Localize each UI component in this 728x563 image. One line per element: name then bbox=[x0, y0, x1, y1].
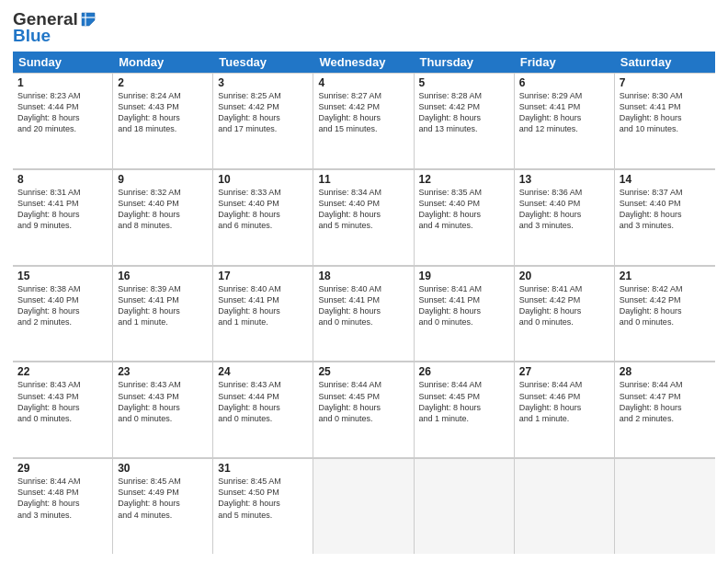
day-number: 11 bbox=[318, 173, 408, 186]
week-row-3: 15Sunrise: 8:38 AMSunset: 4:40 PMDayligh… bbox=[13, 266, 715, 362]
day-number: 13 bbox=[519, 173, 609, 186]
cell-info-line: and 1 minute. bbox=[419, 413, 509, 424]
empty-cell bbox=[515, 458, 615, 554]
cell-info-line: Sunrise: 8:25 AM bbox=[218, 90, 308, 101]
cell-info-line: Sunrise: 8:44 AM bbox=[17, 476, 108, 487]
cell-info-line: and 0 minutes. bbox=[17, 413, 108, 424]
cell-info-line: Sunset: 4:40 PM bbox=[620, 198, 711, 209]
cell-info-line: Daylight: 8 hours bbox=[118, 305, 208, 316]
cell-info-line: and 5 minutes. bbox=[318, 220, 408, 231]
cell-info-line: Daylight: 8 hours bbox=[620, 305, 711, 316]
cell-info-line: Sunset: 4:41 PM bbox=[218, 294, 308, 305]
day-cell-25: 25Sunrise: 8:44 AMSunset: 4:45 PMDayligh… bbox=[313, 362, 414, 457]
cell-info-line: Sunset: 4:40 PM bbox=[17, 294, 108, 305]
header-day-thursday: Thursday bbox=[415, 52, 515, 73]
header-day-wednesday: Wednesday bbox=[313, 52, 414, 73]
cell-info-line: Daylight: 8 hours bbox=[218, 498, 308, 509]
day-cell-15: 15Sunrise: 8:38 AMSunset: 4:40 PMDayligh… bbox=[13, 266, 113, 362]
cell-info-line: Sunset: 4:41 PM bbox=[318, 294, 408, 305]
cell-info-line: Sunset: 4:41 PM bbox=[118, 294, 208, 305]
day-cell-31: 31Sunrise: 8:45 AMSunset: 4:50 PMDayligh… bbox=[213, 458, 313, 554]
logo: General Blue bbox=[13, 9, 97, 46]
cell-info-line: and 10 minutes. bbox=[620, 123, 711, 134]
cell-info-line: Sunrise: 8:24 AM bbox=[118, 90, 208, 101]
empty-cell bbox=[615, 458, 715, 554]
cell-info-line: Daylight: 8 hours bbox=[419, 209, 509, 220]
cell-info-line: Sunset: 4:42 PM bbox=[620, 294, 711, 305]
cell-info-line: Daylight: 8 hours bbox=[218, 305, 308, 316]
cell-info-line: Sunset: 4:43 PM bbox=[118, 101, 208, 112]
day-cell-27: 27Sunrise: 8:44 AMSunset: 4:46 PMDayligh… bbox=[515, 362, 615, 457]
day-cell-21: 21Sunrise: 8:42 AMSunset: 4:42 PMDayligh… bbox=[615, 266, 715, 362]
cell-info-line: and 3 minutes. bbox=[17, 510, 108, 521]
empty-cell bbox=[313, 458, 414, 554]
cell-info-line: Sunset: 4:44 PM bbox=[17, 101, 108, 112]
cell-info-line: Sunrise: 8:44 AM bbox=[519, 379, 609, 390]
cell-info-line: and 2 minutes. bbox=[620, 413, 711, 424]
cell-info-line: Sunrise: 8:45 AM bbox=[218, 476, 308, 487]
day-number: 5 bbox=[419, 76, 509, 89]
cell-info-line: Sunrise: 8:44 AM bbox=[620, 379, 711, 390]
day-cell-6: 6Sunrise: 8:29 AMSunset: 4:41 PMDaylight… bbox=[515, 73, 615, 168]
header-day-friday: Friday bbox=[515, 52, 615, 73]
cell-info-line: Daylight: 8 hours bbox=[519, 112, 609, 123]
cell-info-line: and 20 minutes. bbox=[17, 123, 108, 134]
cell-info-line: Sunrise: 8:38 AM bbox=[17, 283, 108, 294]
cell-info-line: Sunrise: 8:44 AM bbox=[318, 379, 408, 390]
cell-info-line: and 4 minutes. bbox=[118, 510, 208, 521]
header-day-monday: Monday bbox=[113, 52, 213, 73]
cell-info-line: Daylight: 8 hours bbox=[218, 209, 308, 220]
day-number: 19 bbox=[419, 270, 509, 282]
day-cell-7: 7Sunrise: 8:30 AMSunset: 4:41 PMDaylight… bbox=[615, 73, 715, 168]
day-number: 30 bbox=[118, 462, 208, 475]
cell-info-line: and 6 minutes. bbox=[218, 220, 308, 231]
day-number: 31 bbox=[218, 462, 308, 475]
day-cell-4: 4Sunrise: 8:27 AMSunset: 4:42 PMDaylight… bbox=[313, 73, 414, 168]
cell-info-line: and 1 minute. bbox=[118, 316, 208, 327]
cell-info-line: and 0 minutes. bbox=[318, 316, 408, 327]
cell-info-line: Sunset: 4:42 PM bbox=[218, 101, 308, 112]
cell-info-line: and 8 minutes. bbox=[118, 220, 208, 231]
cell-info-line: Sunrise: 8:40 AM bbox=[318, 283, 408, 294]
cell-info-line: Sunset: 4:48 PM bbox=[17, 487, 108, 498]
day-cell-23: 23Sunrise: 8:43 AMSunset: 4:43 PMDayligh… bbox=[113, 362, 213, 457]
cell-info-line: Daylight: 8 hours bbox=[620, 112, 711, 123]
cell-info-line: Daylight: 8 hours bbox=[318, 112, 408, 123]
cell-info-line: Sunrise: 8:37 AM bbox=[620, 187, 711, 198]
cell-info-line: Daylight: 8 hours bbox=[620, 209, 711, 220]
cell-info-line: and 0 minutes. bbox=[318, 413, 408, 424]
day-number: 7 bbox=[620, 76, 711, 89]
cell-info-line: Daylight: 8 hours bbox=[620, 402, 711, 413]
cell-info-line: Sunset: 4:43 PM bbox=[118, 391, 208, 402]
cell-info-line: Sunrise: 8:42 AM bbox=[620, 283, 711, 294]
day-cell-13: 13Sunrise: 8:36 AMSunset: 4:40 PMDayligh… bbox=[515, 169, 615, 265]
cell-info-line: and 3 minutes. bbox=[620, 220, 711, 231]
cell-info-line: and 17 minutes. bbox=[218, 123, 308, 134]
cell-info-line: Sunset: 4:40 PM bbox=[218, 198, 308, 209]
cell-info-line: Daylight: 8 hours bbox=[419, 305, 509, 316]
cell-info-line: Daylight: 8 hours bbox=[17, 402, 108, 413]
day-number: 24 bbox=[218, 365, 308, 378]
day-number: 22 bbox=[17, 365, 108, 378]
cell-info-line: Sunset: 4:42 PM bbox=[419, 101, 509, 112]
day-cell-22: 22Sunrise: 8:43 AMSunset: 4:43 PMDayligh… bbox=[13, 362, 113, 457]
day-number: 18 bbox=[318, 270, 408, 282]
day-number: 6 bbox=[519, 76, 609, 89]
cell-info-line: Daylight: 8 hours bbox=[318, 305, 408, 316]
cell-info-line: Sunset: 4:49 PM bbox=[118, 487, 208, 498]
cell-info-line: Sunrise: 8:33 AM bbox=[218, 187, 308, 198]
cell-info-line: Sunrise: 8:28 AM bbox=[419, 90, 509, 101]
cell-info-line: Sunset: 4:42 PM bbox=[318, 101, 408, 112]
cell-info-line: Daylight: 8 hours bbox=[218, 112, 308, 123]
day-cell-26: 26Sunrise: 8:44 AMSunset: 4:45 PMDayligh… bbox=[415, 362, 515, 457]
cell-info-line: Sunrise: 8:31 AM bbox=[17, 187, 108, 198]
cell-info-line: Sunrise: 8:34 AM bbox=[318, 187, 408, 198]
cell-info-line: Sunset: 4:47 PM bbox=[620, 391, 711, 402]
cell-info-line: Sunset: 4:40 PM bbox=[519, 198, 609, 209]
logo-blue-text: Blue bbox=[13, 26, 51, 46]
cell-info-line: Sunrise: 8:29 AM bbox=[519, 90, 609, 101]
day-number: 2 bbox=[118, 76, 208, 89]
cell-info-line: Sunrise: 8:27 AM bbox=[318, 90, 408, 101]
cell-info-line: Sunrise: 8:30 AM bbox=[620, 90, 711, 101]
day-cell-12: 12Sunrise: 8:35 AMSunset: 4:40 PMDayligh… bbox=[415, 169, 515, 265]
